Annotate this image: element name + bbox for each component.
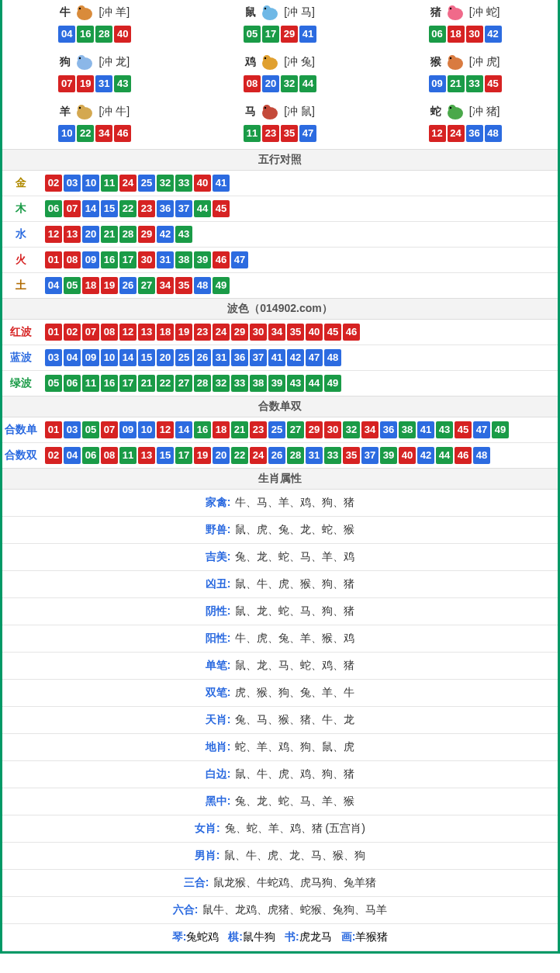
number-ball: 22 [77,125,94,142]
row-content: 1213202128294243 [40,225,558,244]
number-ball: 06 [429,26,446,43]
attr-category: 地肖: [206,740,231,753]
number-ball: 39 [380,447,397,464]
number-ball: 29 [281,26,298,43]
number-ball: 48 [324,349,341,366]
number-ball: 10 [82,175,99,192]
number-ball: 42 [287,349,304,366]
number-ball: 07 [82,324,99,341]
number-ball: 45 [455,421,472,438]
number-ball: 34 [361,421,379,438]
number-ball: 20 [157,349,174,366]
zodiac-title: 猴 [冲 虎] [372,53,558,71]
number-ball: 40 [399,447,416,464]
attr-category: 男肖: [195,849,220,861]
number-ball: 11 [82,375,99,392]
row-content: 0102070812131819232429303435404546 [40,323,558,341]
number-ball: 43 [114,75,131,92]
row-content: 03040910141520252631363741424748 [40,348,558,367]
row-content: 06071415222336374445 [40,199,558,218]
number-ball: 40 [306,324,323,341]
number-ball: 13 [64,226,81,243]
svg-point-5 [264,8,266,9]
shengxiao-header: 生肖属性 [2,468,558,490]
row-content: 0204060811131517192022242628313335373940… [40,446,558,465]
number-ball: 35 [175,277,192,294]
attr-value: 鼠、牛、虎、猴、狗、猪 [235,577,354,590]
number-ball: 19 [77,75,94,92]
four-seg: 画:羊猴猪 [341,930,389,944]
number-ball: 16 [101,375,118,392]
attr-row: 凶丑:鼠、牛、虎、猴、狗、猪 [2,571,558,598]
number-ball: 31 [213,349,230,366]
number-ball: 35 [287,324,304,341]
zodiac-clash: [冲 鼠] [284,105,315,119]
number-ball: 24 [213,324,230,341]
number-ball: 25 [175,349,192,366]
four-seg: 棋:鼠牛狗 [228,930,275,944]
zodiac-clash: [冲 牛] [99,105,130,119]
number-ball: 16 [77,26,94,43]
number-ball: 18 [213,421,230,438]
zodiac-clash: [冲 马] [284,5,315,19]
zodiac-title: 鸡 [冲 兔] [188,53,373,71]
four-key: 画: [341,930,356,943]
number-ball: 02 [45,447,62,464]
number-ball: 35 [343,447,360,464]
number-ball: 42 [417,447,434,464]
four-key: 棋: [228,930,243,943]
attr-value: 鼠龙猴、牛蛇鸡、虎马狗、兔羊猪 [213,876,376,888]
number-ball: 43 [436,421,453,438]
svg-point-26 [450,107,451,109]
row-label: 土 [2,279,40,293]
number-ball: 12 [119,324,137,341]
zodiac-cell: 鼠 [冲 马] 05172941 [188,0,373,50]
number-ball: 22 [119,200,137,217]
number-ball: 18 [448,26,465,43]
number-ball: 25 [138,175,155,192]
attr-row: 天肖:兔、马、猴、猪、牛、龙 [2,707,558,734]
four-val: 羊猴猪 [355,930,388,943]
zodiac-name: 猴 [430,55,441,69]
data-row: 金 02031011242532334041 [2,171,558,196]
row-label: 蓝波 [2,351,40,365]
attr-row: 六合:鼠牛、龙鸡、虎猪、蛇猴、兔狗、马羊 [2,897,558,924]
zodiac-name: 羊 [60,105,71,119]
number-ball: 15 [138,349,155,366]
attr-row: 单笔:鼠、龙、马、蛇、鸡、猪 [2,653,558,680]
number-ball: 08 [64,251,81,268]
number-ball: 30 [250,324,267,341]
attr-row: 家禽:牛、马、羊、鸡、狗、猪 [2,490,558,517]
number-ball: 35 [281,125,298,142]
number-ball: 26 [268,447,285,464]
attr-value: 鼠、龙、马、蛇、鸡、猪 [235,659,354,671]
zodiac-balls: 07193143 [2,74,188,93]
number-ball: 23 [250,421,267,438]
number-ball: 09 [429,75,446,92]
heshu-rows: 合数单 010305070910121416182123252729303234… [2,417,558,468]
zodiac-balls: 08203244 [188,74,373,93]
number-ball: 26 [194,349,211,366]
number-ball: 05 [45,375,62,392]
number-ball: 17 [262,26,279,43]
number-ball: 16 [194,421,211,438]
number-ball: 44 [436,447,453,464]
zodiac-balls: 05172941 [188,25,373,43]
number-ball: 19 [101,277,118,294]
attr-value: 鼠牛、龙鸡、虎猪、蛇猴、兔狗、马羊 [202,903,387,916]
data-row: 绿波 05061116172122272832333839434449 [2,371,558,396]
number-ball: 46 [114,125,131,142]
number-ball: 13 [138,324,155,341]
number-ball: 33 [231,375,248,392]
zodiac-name: 狗 [60,55,71,69]
wuxing-rows: 金 02031011242532334041木 0607141522233637… [2,171,558,298]
attr-row: 双笔:虎、猴、狗、兔、羊、牛 [2,680,558,707]
number-ball: 04 [64,349,81,366]
four-key: 书: [285,930,299,943]
svg-point-1 [78,5,85,13]
number-ball: 32 [281,75,298,92]
number-ball: 47 [299,125,316,142]
zodiac-name: 猪 [430,5,441,19]
number-ball: 21 [231,421,248,438]
svg-point-25 [448,105,456,113]
